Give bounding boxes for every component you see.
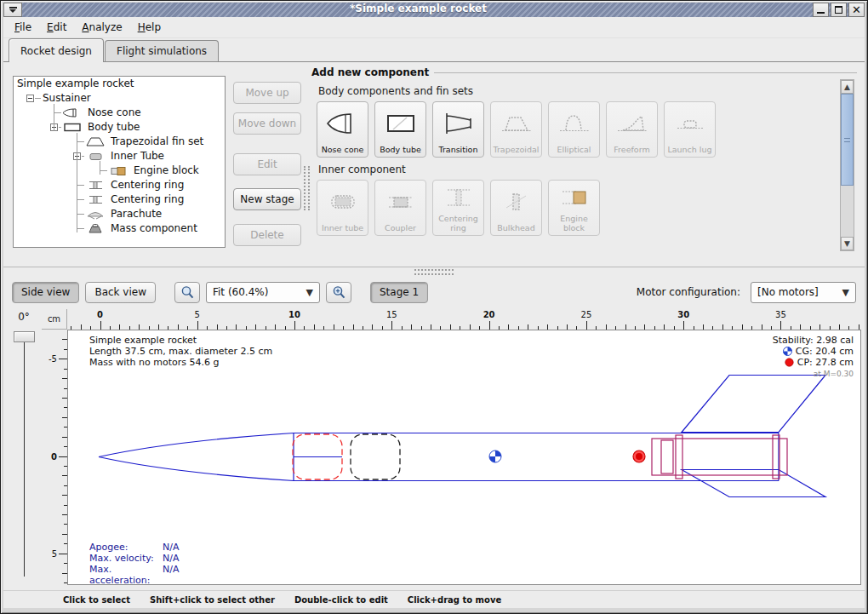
ruler-tick <box>683 321 684 330</box>
add-transition-button[interactable]: Transition <box>432 101 484 158</box>
tree-item-engine-block[interactable]: Engine block <box>14 164 225 178</box>
zoom-level-combobox[interactable]: Fit (60.4%) ▼ <box>206 282 320 303</box>
scroll-down-icon[interactable]: ▼ <box>841 237 854 250</box>
component-tree[interactable]: Simple example rocketSustainerNose coneB… <box>13 76 226 248</box>
scroll-up-icon[interactable]: ▲ <box>841 80 854 94</box>
tree-item-body-tube[interactable]: Body tube <box>14 120 225 135</box>
tree-connector <box>54 104 54 131</box>
tree-connector <box>77 141 84 142</box>
ruler-label: 5 <box>52 548 57 558</box>
menu-help[interactable]: Help <box>130 19 168 36</box>
minimize-button[interactable] <box>813 3 829 17</box>
status-hint: Click+drag to move <box>408 595 501 605</box>
menu-edit[interactable]: Edit <box>39 19 74 36</box>
tree-item-trapezoidal-fin-set[interactable]: Trapezoidal fin set <box>14 135 225 149</box>
component-button-label: Nose cone <box>322 146 364 155</box>
engine-block-icon <box>108 165 128 176</box>
horizontal-ruler: 05101520253035 <box>67 309 861 330</box>
tree-connector <box>100 161 100 175</box>
tree-item-parachute[interactable]: Parachute <box>14 207 225 221</box>
tree-item-label: Trapezoidal fin set <box>111 135 203 149</box>
minimize-icon <box>817 12 825 14</box>
rotation-slider[interactable] <box>24 335 25 577</box>
menu-file[interactable]: File <box>7 19 39 36</box>
add-centering-ring-button[interactable]: Centering ring <box>432 180 484 236</box>
menu-analyze[interactable]: Analyze <box>74 19 129 36</box>
add-engine-block-button[interactable]: Engine block <box>548 180 600 236</box>
tab-flight-simulations[interactable]: Flight simulations <box>105 40 219 62</box>
tab-bar: Rocket design Flight simulations <box>3 38 865 62</box>
rocket-canvas[interactable]: Simple example rocket Length 37.5 cm, ma… <box>67 330 861 585</box>
tree-collapse-icon[interactable] <box>26 95 34 102</box>
centering-ring-outline <box>676 435 682 479</box>
component-button-label: Body tube <box>380 146 421 155</box>
move-up-button[interactable]: Move up <box>233 82 301 104</box>
tab-rocket-design[interactable]: Rocket design <box>9 38 104 62</box>
add-freeform-button[interactable]: Freeform <box>606 101 658 158</box>
tree-item-label: Centering ring <box>111 192 184 207</box>
engine-block-icon <box>549 181 599 215</box>
ruler-label: 30 <box>677 310 689 319</box>
fin-icon <box>85 136 106 147</box>
horizontal-splitter[interactable] <box>3 267 865 277</box>
window-menu-button[interactable] <box>3 3 22 17</box>
delete-button[interactable]: Delete <box>233 224 301 246</box>
maximize-button[interactable] <box>831 3 847 17</box>
flight-info-value: N/A <box>163 542 179 553</box>
tree-item-label: Centering ring <box>111 178 184 192</box>
side-view-button[interactable]: Side view <box>12 282 79 303</box>
component-button-label: Elliptical <box>557 146 591 155</box>
rotation-slider-handle[interactable] <box>14 331 35 342</box>
zoom-in-button[interactable] <box>326 282 351 303</box>
vertical-splitter-handle[interactable] <box>304 166 310 210</box>
chevron-down-icon: ▼ <box>300 287 319 298</box>
tree-item-nose-cone[interactable]: Nose cone <box>14 106 225 120</box>
body-tube-icon <box>375 102 425 146</box>
add-trapezoidal-button[interactable]: Trapezoidal <box>490 101 542 158</box>
ruler-label: 15 <box>386 310 397 319</box>
tree-item-simple-example-rocket[interactable]: Simple example rocket <box>14 77 225 91</box>
scrollbar-thumb[interactable] <box>841 94 854 186</box>
edit-button[interactable]: Edit <box>233 153 301 175</box>
tree-item-centering-ring[interactable]: Centering ring <box>14 192 225 207</box>
cg-marker <box>489 450 501 462</box>
add-elliptical-button[interactable]: Elliptical <box>548 101 600 158</box>
component-button-label: Engine block <box>549 215 599 232</box>
back-view-button[interactable]: Back view <box>85 282 156 303</box>
ruler-label: 0 <box>51 451 57 461</box>
component-button-label: Launch lug <box>667 146 711 155</box>
tree-item-inner-tube[interactable]: Inner Tube <box>14 149 225 164</box>
component-button-label: Freeform <box>614 146 649 155</box>
ruler-label: 35 <box>775 310 786 319</box>
flight-info-row: Max. velocity: N/A <box>89 553 179 564</box>
component-scrollbar[interactable]: ▲ ▼ <box>840 79 854 251</box>
tree-item-centering-ring[interactable]: Centering ring <box>14 178 225 192</box>
ruler-tick <box>586 321 587 330</box>
cg-value: CG: 20.4 cm <box>796 346 854 357</box>
ruler-label: 25 <box>581 310 592 319</box>
titlebar: *Simple example rocket ✕ <box>3 3 865 17</box>
add-nose-cone-button[interactable]: Nose cone <box>317 101 368 158</box>
stage-1-toggle[interactable]: Stage 1 <box>370 282 428 303</box>
move-down-button[interactable]: Move down <box>233 112 301 135</box>
motor-configuration-combobox[interactable]: [No motors] ▼ <box>751 282 856 303</box>
add-bulkhead-button[interactable]: Bulkhead <box>490 180 542 236</box>
magnifier-minus-icon <box>180 285 195 300</box>
tree-item-mass-component[interactable]: Mass component <box>14 221 225 236</box>
add-inner-tube-button[interactable]: Inner tube <box>317 180 368 236</box>
component-button-label: Centering ring <box>433 215 483 232</box>
new-stage-button[interactable]: New stage <box>233 188 301 210</box>
elliptical-icon <box>549 102 599 146</box>
add-component-group: Add new component Body components and fi… <box>311 66 857 256</box>
transition-icon <box>433 102 483 146</box>
tree-item-sustainer[interactable]: Sustainer <box>14 91 225 106</box>
menubar: FileEditAnalyzeHelp <box>3 17 865 38</box>
add-launch-lug-button[interactable]: Launch lug <box>664 101 716 158</box>
add-body-tube-button[interactable]: Body tube <box>374 101 426 158</box>
close-button[interactable]: ✕ <box>848 3 865 17</box>
zoom-out-button[interactable] <box>174 282 200 303</box>
tree-connector <box>77 199 84 200</box>
add-coupler-button[interactable]: Coupler <box>374 180 426 236</box>
ruler-unit-label: cm <box>42 309 67 330</box>
inner-tube-icon <box>317 181 368 224</box>
